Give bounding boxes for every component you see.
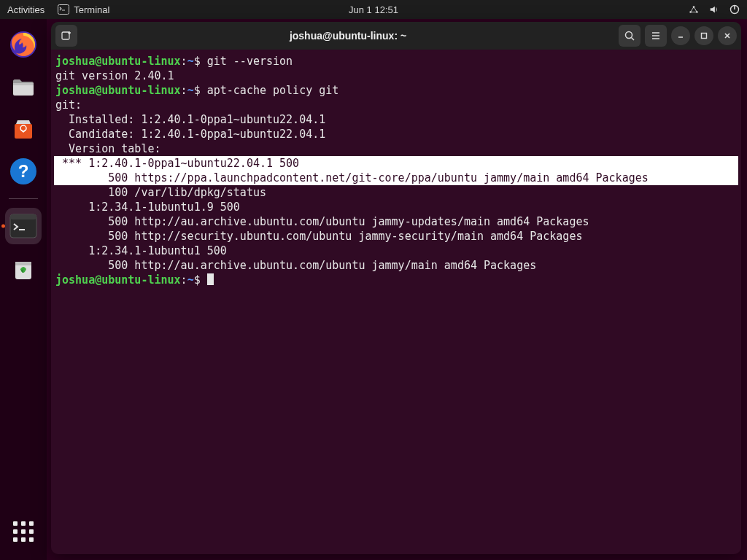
volume-icon[interactable] [709,4,719,15]
dock-show-apps[interactable] [5,513,42,550]
command-2: apt-cache policy git [207,84,339,97]
terminal-icon [58,4,69,15]
cursor [207,273,214,285]
dock-terminal[interactable] [5,208,42,244]
output-line: git version 2.40.1 [54,69,176,82]
minimize-button[interactable] [671,26,690,45]
activities-button[interactable]: Activities [7,4,44,15]
network-icon[interactable] [689,4,699,15]
output-line: git: [54,98,83,112]
dock-separator [9,198,38,199]
svg-point-21 [626,32,632,39]
prompt-path: ~ [187,55,194,68]
search-button[interactable] [619,25,640,47]
dock-help[interactable]: ? [5,153,42,190]
terminal-window: joshua@ubuntu-linux: ~ joshua@ubuntu-lin… [51,22,741,554]
dock-software[interactable] [5,111,42,147]
window-title: joshua@ubuntu-linux: ~ [77,30,619,42]
svg-rect-0 [58,5,69,15]
terminal-content[interactable]: joshua@ubuntu-linux:~$ git --version git… [51,50,741,554]
output-line: 100 /var/lib/dpkg/status [54,186,268,199]
new-tab-button[interactable] [55,25,77,47]
svg-rect-8 [13,83,34,85]
command-1: git --version [207,55,293,68]
svg-rect-14 [10,214,36,219]
output-line: 1:2.34.1-1ubuntu1 500 [54,244,228,257]
dock-firefox[interactable] [5,26,42,63]
topbar-app-label: Terminal [74,4,109,15]
output-line: Installed: 1:2.40.1-0ppa1~ubuntu22.04.1 [54,113,327,126]
close-button[interactable] [718,26,737,45]
output-line: Version table: [54,142,163,155]
svg-line-22 [632,38,635,41]
dock-trash[interactable] [5,250,42,287]
power-icon[interactable] [729,4,740,15]
output-line: 500 http://au.archive.ubuntu.com/ubuntu … [54,259,538,272]
prompt-user: joshua@ubuntu-linux [55,55,181,68]
output-line-highlighted: *** 1:2.40.1-0ppa1~ubuntu22.04.1 500 [54,156,738,171]
svg-rect-17 [15,262,31,265]
svg-text:?: ? [18,161,29,181]
dock: ? [0,19,47,560]
output-line: 1:2.34.1-1ubuntu1.9 500 [54,201,241,214]
apps-grid-icon [13,521,34,542]
hamburger-menu-button[interactable] [645,25,667,47]
dock-files[interactable] [5,69,42,105]
svg-rect-27 [702,34,707,39]
maximize-button[interactable] [694,26,713,45]
running-indicator [1,225,5,228]
gnome-topbar: Activities Terminal Jun 1 12:51 [0,0,747,19]
output-line: 500 http://security.ubuntu.com/ubuntu ja… [54,230,584,243]
output-line-highlighted: 500 https://ppa.launchpadcontent.net/git… [54,171,738,185]
titlebar: joshua@ubuntu-linux: ~ [51,22,741,50]
output-line: 500 http://au.archive.ubuntu.com/ubuntu … [54,215,591,228]
topbar-app-menu[interactable]: Terminal [58,4,109,15]
clock[interactable]: Jun 1 12:51 [349,4,398,15]
output-line: Candidate: 1:2.40.1-0ppa1~ubuntu22.04.1 [54,128,327,141]
